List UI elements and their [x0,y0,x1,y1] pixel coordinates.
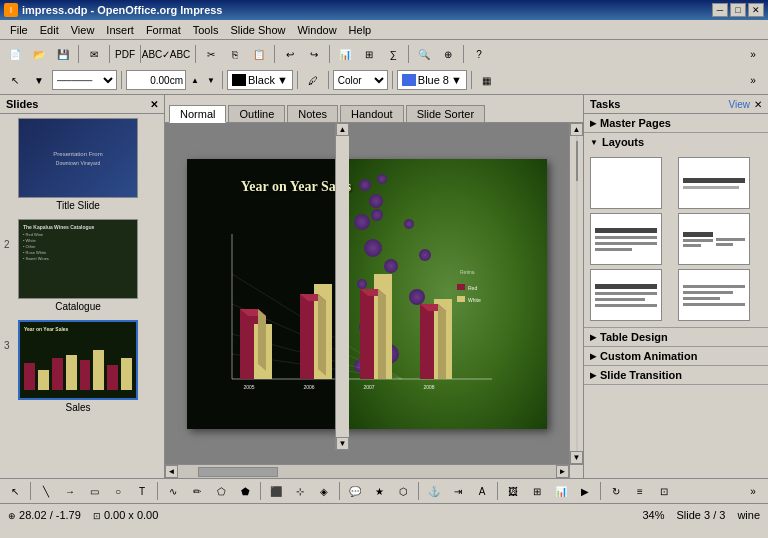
size-up-btn[interactable]: ▲ [188,69,202,91]
copy-button[interactable]: ⎘ [224,43,246,65]
align-btn[interactable]: ≡ [629,480,651,502]
tab-handout[interactable]: Handout [340,105,404,122]
help-button[interactable]: ? [468,43,490,65]
slide-item-2[interactable]: 2 The Kapalua Wines Catalogue • Red Wine… [4,219,160,312]
insert-pic-btn[interactable]: 🖼 [502,480,524,502]
select-tool[interactable]: ↖ [4,480,26,502]
pdf-button[interactable]: PDF [114,43,136,65]
display-btn[interactable]: ▦ [476,69,498,91]
open-button[interactable]: 📂 [28,43,50,65]
scroll-down-inner[interactable]: ▼ [336,437,349,450]
color-picker[interactable]: Black ▼ [227,70,293,90]
more-button[interactable]: » [742,43,764,65]
tasks-close-button[interactable]: ✕ [754,99,762,110]
fontwork-tool[interactable]: A [471,480,493,502]
layout-two-content[interactable] [678,213,750,265]
cut-button[interactable]: ✂ [200,43,222,65]
more-btn2[interactable]: » [742,69,764,91]
menu-window[interactable]: Window [291,22,342,38]
slides-close-button[interactable]: ✕ [150,99,158,110]
menu-slideshow[interactable]: Slide Show [224,22,291,38]
save-button[interactable]: 💾 [52,43,74,65]
more-draw-btn[interactable]: » [742,480,764,502]
size-input[interactable]: 0.00cm [126,70,186,90]
table-design-header[interactable]: ▶ Table Design [584,328,768,346]
rect-tool[interactable]: ▭ [83,480,105,502]
3d-tool[interactable]: ⬡ [392,480,414,502]
tab-tool[interactable]: ⇥ [447,480,469,502]
tab-slide-sorter[interactable]: Slide Sorter [406,105,485,122]
table-button[interactable]: ⊞ [358,43,380,65]
scroll-down-btn[interactable]: ▼ [570,451,583,464]
menu-edit[interactable]: Edit [34,22,65,38]
layout-title-only[interactable] [678,157,750,209]
menu-insert[interactable]: Insert [100,22,140,38]
selection-button[interactable]: ↖ [4,69,26,91]
maximize-button[interactable]: □ [730,3,746,17]
layout-content-only[interactable] [678,269,750,321]
slide-thumb-3[interactable]: Year on Year Sales [18,320,138,400]
curve-tool[interactable]: ∿ [162,480,184,502]
new-button[interactable]: 📄 [4,43,26,65]
tasks-view-link[interactable]: View [729,99,751,110]
find-button[interactable]: 🔍 [413,43,435,65]
tab-outline[interactable]: Outline [228,105,285,122]
redo-button[interactable]: ↪ [303,43,325,65]
layout-title-text[interactable] [590,269,662,321]
custom-animation-header[interactable]: ▶ Custom Animation [584,347,768,365]
email-button[interactable]: ✉ [83,43,105,65]
autocorrect-button[interactable]: ABC [169,43,191,65]
slide-thumb-2[interactable]: The Kapalua Wines Catalogue • Red Wine •… [18,219,138,299]
polygon-tool[interactable]: ⬠ [210,480,232,502]
slide-thumb-1[interactable]: Presentation From Downtown Vineyard [18,118,138,198]
shapes-tool[interactable]: ⬟ [234,480,256,502]
connector-tool[interactable]: ⊹ [289,480,311,502]
size-dn-btn[interactable]: ▼ [204,69,218,91]
scroll-right-btn[interactable]: ► [556,465,569,478]
minimize-button[interactable]: ─ [712,3,728,17]
scheme-picker[interactable]: Blue 8 ▼ [397,70,467,90]
master-pages-header[interactable]: ▶ Master Pages [584,114,768,132]
layout-blank[interactable] [590,157,662,209]
scheme-dropdown-icon[interactable]: ▼ [451,74,462,86]
formula-button[interactable]: ∑ [382,43,404,65]
tab-notes[interactable]: Notes [287,105,338,122]
scroll-left-btn[interactable]: ◄ [165,465,178,478]
text-tool[interactable]: T [131,480,153,502]
scroll-thumb-h[interactable] [198,467,278,477]
line-tool[interactable]: ╲ [35,480,57,502]
arrow-tool[interactable]: → [59,480,81,502]
pipette-button[interactable]: 🖊 [302,69,324,91]
slide-item-3[interactable]: 3 [4,320,160,413]
insert-table-btn[interactable]: ⊞ [526,480,548,502]
chart-button[interactable]: 📊 [334,43,356,65]
styles-select[interactable]: ───── [52,70,117,90]
color-dropdown-icon[interactable]: ▼ [277,74,288,86]
zoom-button[interactable]: ⊕ [437,43,459,65]
callout-tool[interactable]: 💬 [344,480,366,502]
menu-help[interactable]: Help [343,22,378,38]
slide-item-1[interactable]: Presentation From Downtown Vineyard Titl… [4,118,160,211]
layouts-header[interactable]: ▼ Layouts [584,133,768,151]
insert-chart-btn2[interactable]: 📊 [550,480,572,502]
close-button[interactable]: ✕ [748,3,764,17]
fill-btn[interactable]: ⬛ [265,480,287,502]
scroll-up-inner[interactable]: ▲ [336,123,349,136]
menu-file[interactable]: File [4,22,34,38]
menu-view[interactable]: View [65,22,101,38]
group-btn[interactable]: ⊡ [653,480,675,502]
menu-format[interactable]: Format [140,22,187,38]
slide-transition-header[interactable]: ▶ Slide Transition [584,366,768,384]
freeform-tool[interactable]: ✏ [186,480,208,502]
anchor-tool[interactable]: ⚓ [423,480,445,502]
rotate-btn[interactable]: ↻ [605,480,627,502]
color-type-select[interactable]: Color [333,70,388,90]
paste-button[interactable]: 📋 [248,43,270,65]
undo-button[interactable]: ↩ [279,43,301,65]
spellcheck-button[interactable]: ABC✓ [145,43,167,65]
tab-normal[interactable]: Normal [169,105,226,123]
scroll-thumb-v[interactable] [576,141,578,181]
ellipse-tool[interactable]: ○ [107,480,129,502]
star-tool[interactable]: ★ [368,480,390,502]
layout-title-content[interactable] [590,213,662,265]
